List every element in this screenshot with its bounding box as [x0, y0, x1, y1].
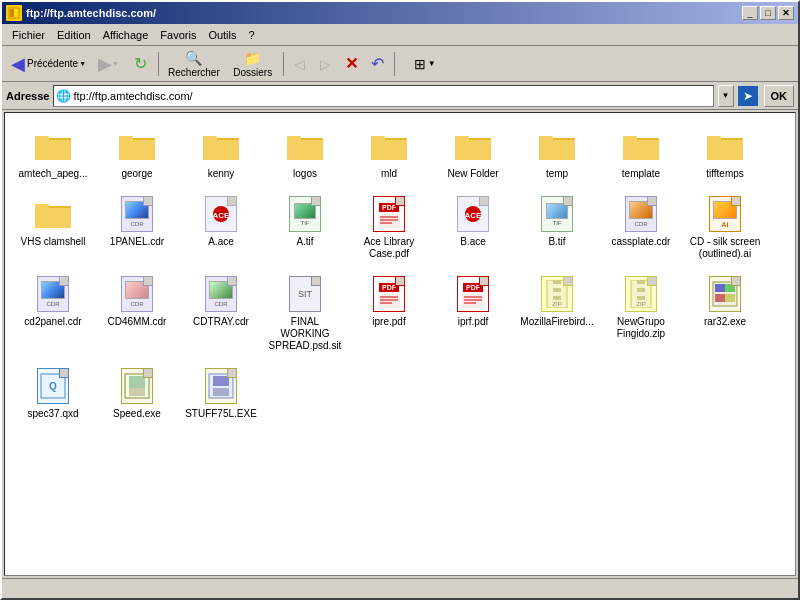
svg-rect-56 — [637, 288, 645, 292]
svg-rect-4 — [35, 140, 71, 160]
menu-help[interactable]: ? — [243, 27, 261, 43]
file-final-working-sit[interactable]: SIT FINAL WORKING SPREAD.psd.sit — [265, 269, 345, 357]
file-a-ace[interactable]: ACE A.ace — [181, 189, 261, 265]
svg-rect-8 — [119, 136, 133, 142]
folder-template-label: template — [622, 168, 660, 180]
status-bar — [2, 578, 798, 598]
file-ipre-pdf[interactable]: PDF ipre.pdf — [349, 269, 429, 357]
svg-text:ACE: ACE — [213, 211, 231, 220]
folder-george[interactable]: george — [97, 121, 177, 185]
folder-amtech[interactable]: amtech_apeg... — [13, 121, 93, 185]
file-cassplate-cdr[interactable]: CDR cassplate.cdr — [601, 189, 681, 265]
file-ace-library-pdf-label: Ace Library Case.pdf — [352, 236, 426, 260]
file-speed-exe[interactable]: Speed.exe — [97, 361, 177, 425]
file-cdtray-cdr[interactable]: CDR CDTRAY.cdr — [181, 269, 261, 357]
file-cd2panel-cdr-label: cd2panel.cdr — [24, 316, 81, 328]
toolbar: ◀ Précédente ▼ ▶ ▼ ↻ 🔍 Rechercher 📁 Doss… — [2, 46, 798, 82]
svg-rect-61 — [725, 284, 735, 292]
file-speed-exe-label: Speed.exe — [113, 408, 161, 420]
forward-arrow-icon: ▶ — [98, 53, 112, 75]
refresh-button[interactable]: ↻ — [126, 50, 154, 78]
file-cd46mm-cdr-label: CD46MM.cdr — [108, 316, 167, 328]
svg-rect-11 — [203, 136, 217, 142]
folder-new-folder[interactable]: New Folder — [433, 121, 513, 185]
menu-fichier[interactable]: Fichier — [6, 27, 51, 43]
menu-favoris[interactable]: Favoris — [154, 27, 202, 43]
folder-temp[interactable]: temp — [517, 121, 597, 185]
toolbar-sep-2 — [283, 52, 284, 76]
back-label: Précédente — [27, 58, 78, 69]
file-cd-silk-ai-label: CD - silk screen (outlined).ai — [688, 236, 762, 260]
folder-template[interactable]: template — [601, 121, 681, 185]
menu-outils[interactable]: Outils — [202, 27, 242, 43]
title-bar: ftp://ftp.amtechdisc.com/ _ □ ✕ — [2, 2, 798, 24]
folder-tifftemps[interactable]: tifftemps — [685, 121, 765, 185]
svg-rect-71 — [213, 388, 229, 396]
file-cd2panel-cdr[interactable]: CDR cd2panel.cdr — [13, 269, 93, 357]
cdr-file-icon: CDR — [117, 194, 157, 234]
svg-rect-60 — [715, 284, 725, 292]
file-iprf-pdf[interactable]: PDF iprf.pdf — [433, 269, 513, 357]
folder-icon — [285, 126, 325, 166]
address-dropdown-button[interactable]: ▼ — [718, 85, 734, 107]
stop-button[interactable]: ✕ — [340, 50, 364, 78]
address-label: Adresse — [6, 90, 49, 102]
pdf-file-icon-iprf: PDF — [453, 274, 493, 314]
go-button[interactable]: OK — [764, 85, 795, 107]
file-a-tif[interactable]: TIF A.tif — [265, 189, 345, 265]
nav-left-button[interactable]: ◁ — [288, 50, 312, 78]
svg-rect-20 — [455, 136, 469, 142]
svg-rect-22 — [539, 140, 575, 160]
file-spec37-qxd[interactable]: Q spec37.qxd — [13, 361, 93, 425]
minimize-button[interactable]: _ — [742, 6, 758, 20]
nav-left-icon: ◁ — [294, 56, 305, 72]
svg-rect-29 — [707, 136, 721, 142]
refresh-icon: ↻ — [134, 54, 147, 73]
forward-button[interactable]: ▶ ▼ — [93, 50, 124, 78]
folder-vhs-label: VHS clamshell — [20, 236, 85, 248]
cdr-file-icon-cd46mm: CDR — [117, 274, 157, 314]
folder-vhs-clamshell[interactable]: VHS clamshell — [13, 189, 93, 265]
folder-logos[interactable]: logos — [265, 121, 345, 185]
menu-affichage[interactable]: Affichage — [97, 27, 155, 43]
maximize-button[interactable]: □ — [760, 6, 776, 20]
file-rar32-exe[interactable]: rar32.exe — [685, 269, 765, 357]
file-b-ace[interactable]: ACE B.ace — [433, 189, 513, 265]
file-newgrupo-zip[interactable]: ZIP NewGrupo Fingido.zip — [601, 269, 681, 357]
file-cd-silk-ai[interactable]: Ai CD - silk screen (outlined).ai — [685, 189, 765, 265]
folder-kenny[interactable]: kenny — [181, 121, 261, 185]
file-b-ace-label: B.ace — [460, 236, 486, 248]
file-b-tif[interactable]: TIF B.tif — [517, 189, 597, 265]
address-input[interactable] — [73, 90, 710, 102]
file-mozilla-zip[interactable]: ZIP MozillaFirebird... — [517, 269, 597, 357]
menu-bar: Fichier Edition Affichage Favoris Outils… — [2, 24, 798, 46]
menu-edition[interactable]: Edition — [51, 27, 97, 43]
file-1panel-cdr[interactable]: CDR 1PANEL.cdr — [97, 189, 177, 265]
view-button[interactable]: ⊞ ▼ — [399, 49, 451, 79]
folder-icon — [33, 194, 73, 234]
file-area[interactable]: amtech_apeg... george — [4, 112, 796, 576]
sit-file-icon: SIT — [285, 274, 325, 314]
undo-button[interactable]: ↶ — [366, 50, 390, 78]
close-button[interactable]: ✕ — [778, 6, 794, 20]
file-mozilla-zip-label: MozillaFirebird... — [520, 316, 593, 328]
back-button[interactable]: ◀ Précédente ▼ — [6, 50, 91, 78]
svg-rect-55 — [637, 280, 645, 284]
file-1panel-cdr-label: 1PANEL.cdr — [110, 236, 164, 248]
folders-button[interactable]: 📁 Dossiers — [227, 49, 279, 79]
folder-mld-label: mld — [381, 168, 397, 180]
svg-rect-1 — [10, 9, 14, 17]
file-stuff75l-exe[interactable]: STUFF75L.EXE — [181, 361, 261, 425]
tif-file-icon: TIF — [285, 194, 325, 234]
svg-rect-7 — [119, 140, 155, 160]
folder-mld[interactable]: mld — [349, 121, 429, 185]
svg-rect-25 — [623, 140, 659, 160]
svg-rect-41 — [378, 294, 400, 308]
cdr-file-icon-cdtray: CDR — [201, 274, 241, 314]
file-cd46mm-cdr[interactable]: CDR CD46MM.cdr — [97, 269, 177, 357]
svg-rect-5 — [35, 136, 49, 142]
nav-right-button[interactable]: ▷ — [314, 50, 338, 78]
file-ace-library-pdf[interactable]: PDF Ace Library Case.pdf — [349, 189, 429, 265]
go-arrow-icon: ➤ — [738, 86, 758, 106]
search-button[interactable]: 🔍 Rechercher — [163, 49, 225, 79]
